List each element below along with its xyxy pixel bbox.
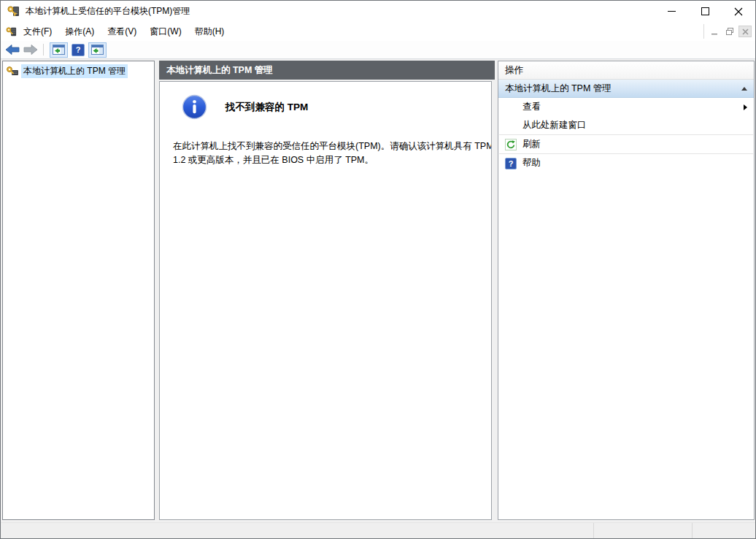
menu-file[interactable]: 文件(F) [17, 23, 58, 41]
tree-item-label: 本地计算机上的 TPM 管理 [21, 64, 128, 78]
action-pane-icon [91, 45, 104, 55]
action-item-label: 帮助 [522, 157, 541, 169]
back-arrow-icon [6, 45, 20, 55]
results-pane-body: 找不到兼容的 TPM 在此计算机上找不到兼容的受信任的平台模块(TPM)。请确认… [159, 81, 492, 520]
help-icon: ? [505, 158, 517, 169]
submenu-arrow-icon [744, 104, 747, 110]
actions-pane-header: 操作 [498, 61, 754, 80]
collapse-up-icon [741, 87, 747, 91]
toolbar: ? [1, 41, 755, 59]
menu-window[interactable]: 窗口(W) [143, 23, 188, 41]
action-item-view[interactable]: 查看 [498, 98, 754, 116]
menu-view[interactable]: 查看(V) [101, 23, 143, 41]
title-bar: 本地计算机上受信任的平台模块(TPM)管理 [1, 1, 755, 22]
child-close-button[interactable] [738, 26, 752, 37]
status-bar-segment [593, 523, 692, 538]
close-button[interactable] [722, 1, 755, 22]
console-document-icon [6, 26, 17, 37]
help-icon: ? [76, 45, 81, 54]
results-pane: 本地计算机上的 TPM 管理 [159, 61, 495, 520]
back-button[interactable] [6, 45, 20, 55]
actions-pane: 操作 本地计算机上的 TPM 管理 查看 从此处新建窗口 [498, 61, 755, 520]
message-body: 在此计算机上找不到兼容的受信任的平台模块(TPM)。请确认该计算机具有 TPM … [173, 139, 492, 167]
action-item-label: 刷新 [522, 138, 541, 150]
mmc-window: 本地计算机上受信任的平台模块(TPM)管理 文件(F) 操作(A) 查看(V) [0, 0, 756, 539]
menu-bar: 文件(F) 操作(A) 查看(V) 窗口(W) 帮助(H) [1, 22, 755, 41]
child-minimize-button[interactable] [708, 26, 721, 37]
main-area: 本地计算机上的 TPM 管理 本地计算机上的 TPM 管理 [1, 59, 755, 522]
show-hide-action-pane-button[interactable] [88, 42, 107, 58]
toolbar-separator [43, 44, 44, 56]
menu-action[interactable]: 操作(A) [58, 23, 101, 41]
forward-arrow-icon [23, 45, 37, 55]
minimize-button[interactable] [655, 1, 688, 22]
action-item-label: 从此处新建窗口 [522, 119, 587, 131]
status-bar-segment [692, 523, 755, 538]
show-hide-console-tree-button[interactable] [50, 42, 68, 58]
refresh-icon [505, 139, 517, 150]
action-item-help[interactable]: ? 帮助 [498, 154, 754, 172]
maximize-button[interactable] [688, 1, 722, 22]
actions-pane-title: 操作 [505, 64, 523, 77]
info-icon [182, 94, 207, 120]
actions-group-header[interactable]: 本地计算机上的 TPM 管理 [498, 80, 754, 98]
message-title: 找不到兼容的 TPM [225, 101, 308, 114]
child-window-controls [703, 24, 752, 39]
action-item-new-window[interactable]: 从此处新建窗口 [498, 116, 754, 134]
child-restore-button[interactable] [723, 26, 736, 37]
console-tree-pane: 本地计算机上的 TPM 管理 [2, 61, 155, 520]
help-toolbar-button[interactable]: ? [72, 44, 85, 56]
action-item-refresh[interactable]: 刷新 [498, 135, 754, 153]
menu-help[interactable]: 帮助(H) [188, 23, 231, 41]
status-bar [1, 522, 755, 538]
status-bar-message-area [1, 523, 593, 538]
results-pane-title: 本地计算机上的 TPM 管理 [166, 64, 273, 77]
tpm-key-icon [7, 66, 19, 77]
results-pane-header: 本地计算机上的 TPM 管理 [159, 61, 495, 80]
console-tree-icon [53, 45, 65, 55]
actions-group-title: 本地计算机上的 TPM 管理 [505, 83, 612, 95]
action-item-label: 查看 [522, 101, 541, 113]
tpm-key-icon [7, 5, 20, 18]
tree-item-tpm-management[interactable]: 本地计算机上的 TPM 管理 [3, 64, 154, 78]
forward-button[interactable] [23, 45, 37, 55]
window-title: 本地计算机上受信任的平台模块(TPM)管理 [26, 5, 190, 18]
